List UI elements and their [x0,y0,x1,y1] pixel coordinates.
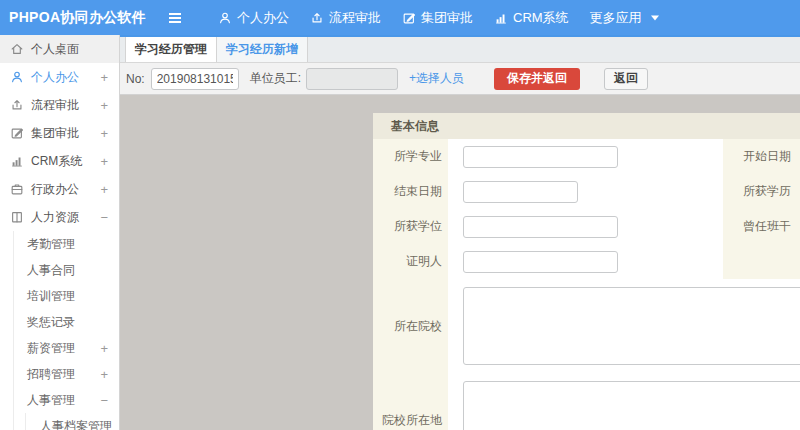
form-row: 所学专业 开始日期 [373,139,800,174]
chevron-down-icon [650,14,660,22]
employee-input[interactable] [306,68,398,90]
tab-label: 学习经历新增 [226,41,298,58]
no-input[interactable] [151,68,239,90]
school-location-textarea[interactable] [463,381,800,430]
sidebar-item-crm-system[interactable]: CRM系统 + [0,147,119,175]
sidebar-item-rewards-records[interactable]: 奖惩记录 [14,309,119,335]
basic-info-panel: 基本信息 所学专业 开始日期 结束日期 所获学历 所获学位 曾任班干 [373,113,800,430]
tab-study-history-management[interactable]: 学习经历管理 [125,37,217,62]
expand-plus-icon[interactable]: + [100,341,108,356]
expand-plus-icon[interactable]: + [100,126,108,141]
sidebar-item-label: 培训管理 [27,288,108,305]
sidebar-item-label: 人事合同 [27,262,108,279]
field-label-class-cadre: 曾任班干 [723,209,800,244]
sidebar-item-human-resources[interactable]: 人力资源 − [0,203,119,231]
sidebar-item-label: 人力资源 [31,209,100,226]
return-button[interactable]: 返回 [604,68,648,90]
form-row: 结束日期 所获学历 [373,174,800,209]
tab-study-history-new[interactable]: 学习经历新增 [217,37,308,62]
sidebar-item-label: 招聘管理 [27,366,100,383]
user-icon [10,70,24,84]
tab-bar: 学习经历管理 学习经历新增 [120,35,800,62]
upload-arrow-icon [310,11,324,25]
section-title: 基本信息 [373,113,800,139]
content-area: 基本信息 所学专业 开始日期 结束日期 所获学历 所获学位 曾任班干 [120,95,800,430]
field-label-school-location: 院校所在地 [373,373,448,430]
sidebar-item-admin-office[interactable]: 行政办公 + [0,175,119,203]
sidebar-item-personnel-contract[interactable]: 人事合同 [14,257,119,283]
expand-plus-icon[interactable]: + [100,98,108,113]
collapse-minus-icon[interactable]: − [100,393,108,408]
expand-plus-icon[interactable]: + [100,182,108,197]
form-row: 所获学位 曾任班干 [373,209,800,244]
sidebar-item-label: 人事管理 [27,392,100,409]
right-label-empty [723,244,800,279]
field-label-start-date: 开始日期 [723,139,800,174]
degree-input[interactable] [463,216,618,238]
sidebar-item-salary-management[interactable]: 薪资管理 + [14,335,119,361]
sidebar-personnel-submenu: 人事档案管理 证照管理 [25,413,119,430]
home-icon [10,42,24,56]
no-label: No: [126,72,145,86]
sidebar-item-label: 行政办公 [31,181,100,198]
briefcase-icon [10,182,24,196]
form-row: 证明人 [373,244,800,279]
bar-chart-icon [494,11,508,25]
save-and-return-button[interactable]: 保存并返回 [494,68,580,90]
sidebar-item-label: 薪资管理 [27,340,100,357]
certifier-input[interactable] [463,251,618,273]
field-label-certifier: 证明人 [373,244,448,279]
sidebar-item-label: 集团审批 [31,125,100,142]
major-input[interactable] [463,146,618,168]
app-logo: PHPOA协同办公软件 [0,9,157,27]
end-date-input[interactable] [463,181,578,203]
sidebar-item-label: 考勤管理 [27,236,108,253]
expand-plus-icon[interactable]: + [100,70,108,85]
field-label-major: 所学专业 [373,139,448,174]
sidebar-item-attendance-management[interactable]: 考勤管理 [14,231,119,257]
sidebar-item-group-approval[interactable]: 集团审批 + [0,119,119,147]
book-icon [10,210,24,224]
sidebar-item-label: 人事档案管理 [40,418,112,430]
sidebar-item-personnel-archives[interactable]: 人事档案管理 [26,413,119,430]
form-toolbar: No: 单位员工: +选择人员 保存并返回 返回 [120,62,800,95]
sidebar-item-personnel-management[interactable]: 人事管理 − [14,387,119,413]
sidebar-item-personal-desktop[interactable]: 个人桌面 [0,35,119,63]
nav-item-label: 集团审批 [421,9,473,27]
sidebar-item-label: CRM系统 [31,153,100,170]
sidebar: 个人桌面 个人办公 + 流程审批 + 集团审批 + CRM系统 + 行政办公 + [0,35,120,430]
collapse-minus-icon[interactable]: − [100,210,108,225]
sidebar-item-label: 奖惩记录 [27,314,108,331]
expand-plus-icon[interactable]: + [100,367,108,382]
bar-chart-icon [10,154,24,168]
nav-item-label: 流程审批 [329,9,381,27]
nav-personal-office[interactable]: 个人办公 [218,9,289,27]
sidebar-item-training-management[interactable]: 培训管理 [14,283,119,309]
nav-item-label: 个人办公 [237,9,289,27]
nav-item-label: 更多应用 [590,9,642,27]
nav-crm-system[interactable]: CRM系统 [494,9,569,27]
school-textarea[interactable] [463,287,800,365]
nav-group-approval[interactable]: 集团审批 [402,9,473,27]
employee-label: 单位员工: [250,70,301,87]
nav-item-label: CRM系统 [513,9,569,27]
sidebar-item-label: 流程审批 [31,97,100,114]
sidebar-item-recruitment-management[interactable]: 招聘管理 + [14,361,119,387]
hamburger-menu-icon[interactable] [167,11,183,25]
sidebar-item-personal-office[interactable]: 个人办公 + [0,63,119,91]
expand-plus-icon[interactable]: + [100,154,108,169]
select-person-link[interactable]: +选择人员 [409,70,464,87]
form-row: 所在院校 [373,279,800,373]
sidebar-item-label: 个人办公 [31,69,100,86]
tab-label: 学习经历管理 [135,41,207,58]
user-icon [218,11,232,25]
form-row: 院校所在地 [373,373,800,430]
edit-icon [10,126,24,140]
nav-process-approval[interactable]: 流程审批 [310,9,381,27]
nav-more-apps[interactable]: 更多应用 [590,9,665,27]
sidebar-item-label: 个人桌面 [31,41,108,58]
sidebar-hr-submenu: 考勤管理 人事合同 培训管理 奖惩记录 薪资管理 + 招聘管理 + 人事管理 − [13,231,119,430]
sidebar-item-process-approval[interactable]: 流程审批 + [0,91,119,119]
field-label-school: 所在院校 [373,279,448,373]
field-label-end-date: 结束日期 [373,174,448,209]
